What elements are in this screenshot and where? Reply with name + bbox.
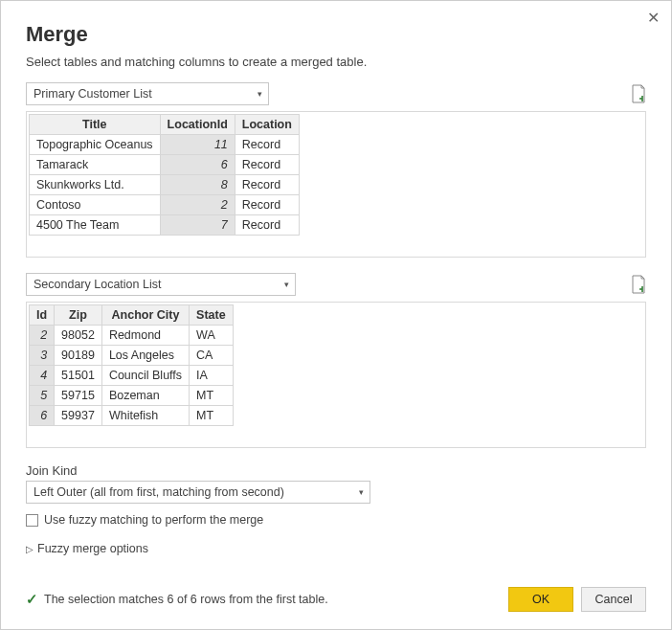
table-row[interactable]: 451501Council BluffsIA (30, 366, 234, 386)
secondary-table-grid[interactable]: IdZipAnchor CityState298052RedmondWA3901… (29, 304, 234, 426)
table-cell: CA (190, 346, 234, 366)
table-cell: 8 (160, 175, 235, 195)
table-cell: Tamarack (30, 155, 161, 175)
table-cell: 4 (30, 366, 55, 386)
merge-dialog: ✕ Merge Select tables and matching colum… (0, 0, 672, 630)
table-cell: IA (190, 366, 234, 386)
table-cell: Los Angeles (101, 346, 189, 366)
table-cell: WA (190, 326, 234, 346)
table-cell: Whitefish (101, 406, 189, 426)
join-kind-dropdown-value: Left Outer (all from first, matching fro… (34, 485, 284, 499)
table-cell: 6 (30, 406, 55, 426)
chevron-down-icon: ▾ (284, 280, 289, 289)
table-cell: Bozeman (101, 386, 189, 406)
join-kind-label: Join Kind (26, 463, 646, 478)
table-cell: 4500 The Team (30, 215, 161, 236)
table-cell: Council Bluffs (101, 366, 189, 386)
table-cell: 11 (160, 135, 235, 155)
column-header[interactable]: Title (30, 115, 161, 135)
column-header[interactable]: Zip (55, 305, 102, 326)
match-status-text: The selection matches 6 of 6 rows from t… (44, 593, 328, 606)
table-cell: Record (235, 135, 299, 155)
dialog-subtitle: Select tables and matching columns to cr… (26, 55, 646, 69)
table-row[interactable]: Skunkworks Ltd.8Record (30, 175, 300, 195)
chevron-down-icon: ▾ (258, 89, 262, 99)
table-cell: Record (235, 175, 299, 195)
table-cell: 59937 (55, 406, 102, 426)
table-row[interactable]: Topographic Oceanus11Record (30, 135, 300, 155)
table-cell: Record (235, 195, 299, 215)
table-cell: Contoso (30, 195, 161, 215)
table-cell: 2 (30, 326, 55, 346)
table-cell: 2 (160, 195, 235, 215)
expand-table-icon[interactable] (631, 275, 646, 294)
table-cell: 5 (30, 386, 55, 406)
secondary-table-preview: IdZipAnchor CityState298052RedmondWA3901… (26, 302, 646, 448)
ok-button[interactable]: OK (508, 587, 573, 612)
column-header[interactable]: Anchor City (101, 305, 189, 326)
fuzzy-matching-checkbox[interactable] (26, 514, 38, 527)
check-icon: ✓ (26, 591, 38, 608)
close-icon[interactable]: ✕ (647, 9, 660, 27)
table-row[interactable]: 298052RedmondWA (30, 326, 234, 346)
table-cell: 98052 (55, 326, 102, 346)
table-cell: MT (190, 406, 234, 426)
fuzzy-options-label: Fuzzy merge options (37, 542, 148, 555)
fuzzy-matching-label: Use fuzzy matching to perform the merge (44, 513, 263, 527)
table-row[interactable]: 390189Los AngelesCA (30, 346, 234, 366)
primary-table-dropdown-value: Primary Customer List (34, 87, 152, 101)
triangle-right-icon: ▷ (26, 544, 34, 554)
chevron-down-icon: ▾ (359, 487, 364, 497)
table-cell: Record (235, 215, 299, 236)
table-row[interactable]: 659937WhitefishMT (30, 406, 234, 426)
secondary-table-dropdown[interactable]: Secondary Location List ▾ (26, 273, 296, 296)
primary-table-preview: TitleLocationIdLocationTopographic Ocean… (26, 111, 646, 258)
secondary-table-dropdown-value: Secondary Location List (34, 278, 161, 291)
table-row[interactable]: Tamarack6Record (30, 155, 300, 175)
table-row[interactable]: 4500 The Team7Record (30, 215, 300, 236)
table-cell: 90189 (55, 346, 102, 366)
table-cell: 3 (30, 346, 55, 366)
cancel-button[interactable]: Cancel (581, 587, 646, 612)
table-cell: 51501 (55, 366, 102, 386)
expand-table-icon[interactable] (631, 84, 646, 103)
table-cell: 6 (160, 155, 235, 175)
column-header[interactable]: Location (235, 115, 299, 135)
table-row[interactable]: 559715BozemanMT (30, 386, 234, 406)
column-header[interactable]: Id (30, 305, 55, 326)
table-cell: 7 (160, 215, 235, 236)
fuzzy-options-expander[interactable]: ▷ Fuzzy merge options (26, 542, 646, 555)
match-status: ✓ The selection matches 6 of 6 rows from… (26, 591, 328, 608)
dialog-title: Merge (26, 22, 646, 47)
primary-table-dropdown[interactable]: Primary Customer List ▾ (26, 82, 269, 105)
table-row[interactable]: Contoso2Record (30, 195, 300, 215)
table-cell: MT (190, 386, 234, 406)
primary-table-grid[interactable]: TitleLocationIdLocationTopographic Ocean… (29, 114, 300, 236)
column-header[interactable]: State (190, 305, 234, 326)
table-cell: Topographic Oceanus (30, 135, 161, 155)
table-cell: Record (235, 155, 299, 175)
join-kind-dropdown[interactable]: Left Outer (all from first, matching fro… (26, 481, 370, 504)
table-cell: Redmond (101, 326, 189, 346)
table-cell: 59715 (55, 386, 102, 406)
column-header[interactable]: LocationId (160, 115, 235, 135)
table-cell: Skunkworks Ltd. (30, 175, 161, 195)
